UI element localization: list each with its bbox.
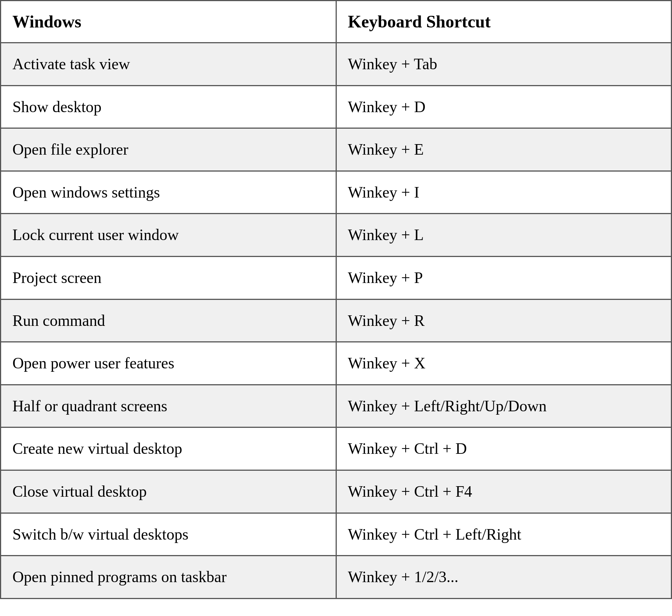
cell-shortcut: Winkey + L [336, 214, 672, 257]
cell-shortcut: Winkey + Ctrl + F4 [336, 470, 672, 513]
shortcuts-table: Windows Keyboard Shortcut Activate task … [0, 0, 672, 599]
cell-action: Open pinned programs on taskbar [1, 556, 336, 599]
table-row: Show desktopWinkey + D [1, 85, 672, 128]
cell-action: Close virtual desktop [1, 470, 336, 513]
cell-shortcut: Winkey + Left/Right/Up/Down [336, 385, 672, 427]
cell-shortcut: Winkey + I [336, 171, 672, 214]
cell-shortcut: Winkey + R [336, 299, 672, 342]
table-row: Open pinned programs on taskbarWinkey + … [1, 556, 672, 599]
cell-action: Show desktop [1, 85, 336, 128]
table-container: Windows Keyboard Shortcut Activate task … [0, 0, 672, 616]
table-row: Open file explorerWinkey + E [1, 128, 672, 171]
table-header-row: Windows Keyboard Shortcut [1, 1, 672, 43]
cell-action: Open power user features [1, 342, 336, 385]
table-row: Switch b/w virtual desktopsWinkey + Ctrl… [1, 513, 672, 556]
cell-action: Half or quadrant screens [1, 385, 336, 427]
cell-shortcut: Winkey + X [336, 342, 672, 385]
table-row: Open windows settingsWinkey + I [1, 171, 672, 214]
cell-shortcut: Winkey + Ctrl + Left/Right [336, 513, 672, 556]
table-row: Project screenWinkey + P [1, 256, 672, 299]
table-row: Create new virtual desktopWinkey + Ctrl … [1, 427, 672, 470]
cell-shortcut: Winkey + Ctrl + D [336, 427, 672, 470]
table-row: Close virtual desktopWinkey + Ctrl + F4 [1, 470, 672, 513]
cell-shortcut: Winkey + P [336, 256, 672, 299]
cell-action: Open file explorer [1, 128, 336, 171]
table-row: Run commandWinkey + R [1, 299, 672, 342]
header-shortcut: Keyboard Shortcut [336, 1, 672, 43]
cell-action: Run command [1, 299, 336, 342]
table-row: Lock current user windowWinkey + L [1, 214, 672, 257]
cell-action: Create new virtual desktop [1, 427, 336, 470]
cell-action: Activate task view [1, 43, 336, 86]
cell-shortcut: Winkey + Tab [336, 43, 672, 86]
table-row: Open power user featuresWinkey + X [1, 342, 672, 385]
cell-action: Open windows settings [1, 171, 336, 214]
cell-action: Lock current user window [1, 214, 336, 257]
cell-shortcut: Winkey + E [336, 128, 672, 171]
header-action: Windows [1, 1, 336, 43]
cell-shortcut: Winkey + 1/2/3... [336, 556, 672, 599]
cell-shortcut: Winkey + D [336, 85, 672, 128]
table-row: Half or quadrant screensWinkey + Left/Ri… [1, 385, 672, 427]
table-row: Activate task viewWinkey + Tab [1, 43, 672, 86]
cell-action: Switch b/w virtual desktops [1, 513, 336, 556]
cell-action: Project screen [1, 256, 336, 299]
